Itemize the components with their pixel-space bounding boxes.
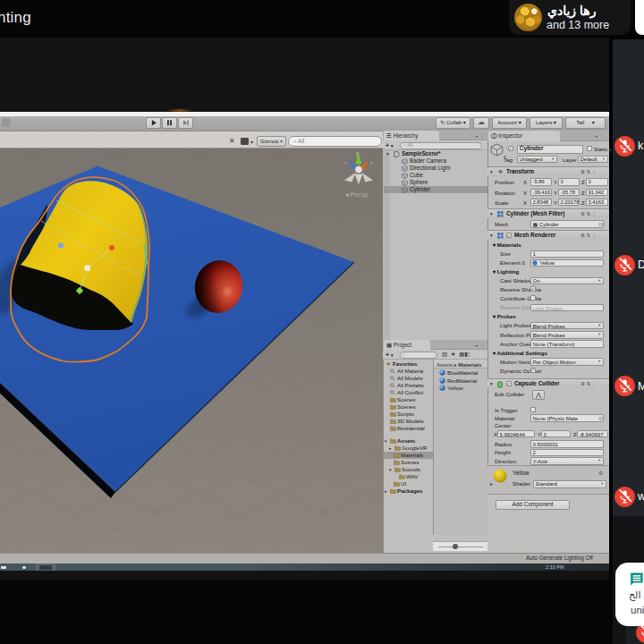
- svg-text:y: y: [356, 150, 360, 157]
- svg-text:◂ Persp: ◂ Persp: [345, 191, 368, 199]
